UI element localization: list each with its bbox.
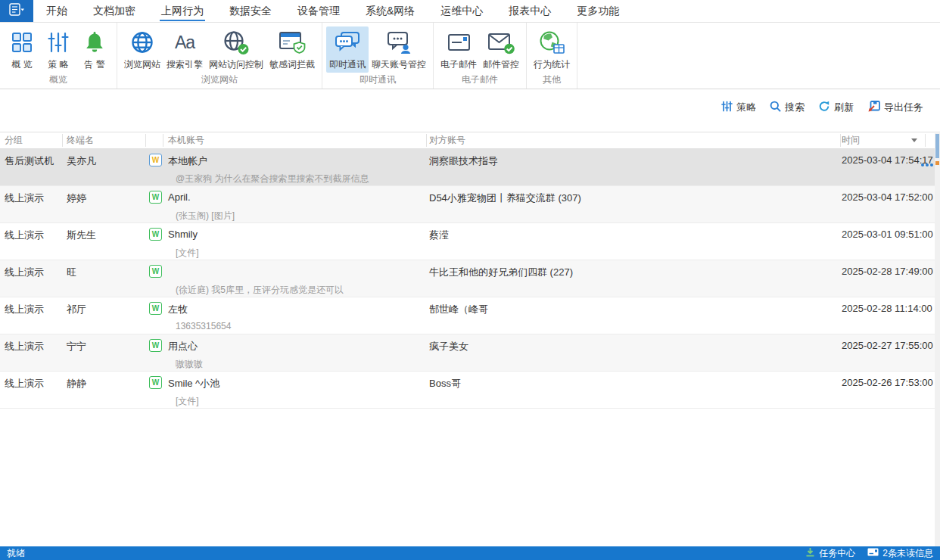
task-center-button[interactable]: 任务中心 — [805, 547, 855, 560]
chat-app-icon: W — [149, 376, 162, 389]
column-divider[interactable] — [163, 134, 163, 147]
table-row[interactable]: 售后测试机 吴亦凡 W 本地帐户 洞察眼技术指导 2025-03-04 17:5… — [0, 149, 940, 186]
row-local-account: 用点心 — [168, 340, 198, 353]
table-row[interactable]: 线上演示 祁厅 W 左牧 郜世峰（峰哥 2025-02-28 11:14:00 … — [0, 297, 940, 334]
column-header-remote-account[interactable]: 对方账号 — [429, 132, 465, 148]
row-terminal-name: 斯先生 — [67, 229, 96, 242]
ribbon-item-label: 策 略 — [48, 58, 68, 71]
sliders-icon — [721, 101, 733, 114]
chat-app-letter: W — [152, 193, 159, 201]
table-row[interactable]: 线上演示 婷婷 W April. D54小雅宠物团丨养猫交流群 (307) 20… — [0, 186, 940, 223]
ribbon-item-overview[interactable]: 概 览 — [4, 26, 40, 73]
column-header-time-label: 时间 — [842, 134, 860, 147]
column-header-terminal[interactable]: 终端名 — [67, 132, 94, 148]
export-tasks-button-label: 导出任务 — [884, 101, 923, 114]
message-icon — [867, 548, 879, 558]
app-menu-button[interactable] — [0, 0, 33, 22]
column-divider[interactable] — [62, 134, 63, 147]
row-remote-account: 蔡滢 — [429, 229, 449, 242]
row-remote-account: 疯子美女 — [429, 340, 468, 353]
search-button[interactable]: 搜索 — [770, 101, 805, 114]
status-ready-text: 就绪 — [7, 547, 25, 560]
column-header-group[interactable]: 分组 — [5, 132, 23, 148]
row-local-account: Smile ^小池 — [168, 377, 219, 390]
ribbon-item-search-engine[interactable]: Aa 搜索引擎 — [163, 26, 206, 73]
row-time: 2025-02-28 17:49:00 — [842, 266, 933, 277]
chat-app-letter: W — [152, 156, 159, 164]
row-group: 线上演示 — [5, 340, 44, 353]
export-tasks-button[interactable]: 导出任务 — [867, 101, 923, 114]
ribbon-item-browse-sites[interactable]: 浏览网站 — [121, 26, 163, 73]
ribbon-item-email[interactable]: 电子邮件 — [437, 26, 480, 73]
row-group: 线上演示 — [5, 229, 44, 242]
row-terminal-name: 静静 — [67, 377, 86, 390]
time-filter-dropdown[interactable] — [907, 132, 917, 148]
row-time: 2025-03-04 17:52:00 — [842, 191, 933, 203]
ribbon-item-chat-account-control[interactable]: 聊天账号管控 — [369, 26, 429, 73]
scrollbar-thumb[interactable] — [935, 134, 939, 158]
row-last-message: 嗷嗷嗷 — [176, 358, 203, 371]
mail-icon — [447, 29, 472, 56]
tab-system-network[interactable]: 系统&网络 — [353, 0, 428, 22]
row-more-button[interactable] — [920, 156, 933, 170]
table-row[interactable]: 线上演示 静静 W Smile ^小池 Boss哥 2025-02-26 17:… — [0, 372, 940, 409]
row-last-message: (徐近庭) 我5库里，压评分玩感觉是还可以 — [176, 284, 344, 297]
row-terminal-name: 旺 — [67, 266, 76, 279]
row-local-account: 本地帐户 — [168, 154, 207, 168]
column-divider[interactable] — [925, 134, 926, 147]
tab-report-center[interactable]: 报表中心 — [496, 0, 564, 22]
ribbon-item-sensitive-words[interactable]: 敏感词拦截 — [266, 26, 318, 73]
column-header-time[interactable]: 时间 — [842, 132, 860, 148]
ribbon-item-label: 概 览 — [11, 58, 32, 71]
tab-device-mgmt[interactable]: 设备管理 — [285, 0, 353, 22]
aa-icon: Aa — [175, 29, 195, 56]
row-terminal-name: 婷婷 — [67, 191, 86, 205]
row-time: 2025-03-01 09:51:00 — [842, 229, 933, 240]
chat-app-letter: W — [152, 267, 159, 275]
ribbon-group-other: 行为统计 其他 — [527, 23, 577, 89]
ribbon-item-label: 告 警 — [84, 58, 104, 71]
ribbon-item-site-access-control[interactable]: 网站访问控制 — [206, 26, 266, 73]
row-remote-account: 洞察眼技术指导 — [429, 154, 498, 168]
row-time: 2025-02-26 17:53:00 — [842, 377, 933, 388]
row-remote-account: 牛比王和他的好兄弟们四群 (227) — [429, 266, 573, 279]
tab-web-behavior[interactable]: 上网行为 — [148, 0, 216, 22]
tab-start[interactable]: 开始 — [33, 0, 80, 22]
bell-icon — [83, 29, 106, 56]
column-divider[interactable] — [145, 134, 146, 147]
ribbon-item-label: 网站访问控制 — [209, 58, 263, 71]
table-row[interactable]: 线上演示 斯先生 W Shmily 蔡滢 2025-03-01 09:51:00… — [0, 223, 940, 260]
ribbon-group-email: 电子邮件 邮件管控 电子邮件 — [434, 23, 527, 89]
row-terminal-name: 祁厅 — [67, 303, 86, 316]
ribbon-item-alert[interactable]: 告 警 — [76, 26, 113, 73]
ribbon-item-mail-control[interactable]: 邮件管控 — [480, 26, 522, 73]
search-icon — [770, 101, 781, 114]
column-divider[interactable] — [426, 134, 427, 147]
chat-app-icon: W — [149, 154, 162, 166]
unread-messages-button[interactable]: 2条未读信息 — [867, 547, 933, 560]
tab-data-security[interactable]: 数据安全 — [216, 0, 285, 22]
ribbon-item-policy[interactable]: 策 略 — [40, 26, 76, 73]
task-center-label: 任务中心 — [819, 547, 855, 560]
ribbon-item-label: 即时通讯 — [329, 58, 366, 71]
chat-app-icon: W — [149, 302, 162, 315]
policy-button-label: 策略 — [736, 101, 756, 114]
vertical-scrollbar[interactable] — [935, 133, 940, 546]
column-header-local-account[interactable]: 本机账号 — [168, 132, 204, 148]
row-terminal-name: 吴亦凡 — [67, 154, 96, 168]
chevron-down-icon — [911, 138, 917, 142]
row-last-message: @王家狗 为什么在聚合搜索里搜索不到截屏信息 — [176, 173, 369, 185]
table-row[interactable]: 线上演示 旺 W 牛比王和他的好兄弟们四群 (227) 2025-02-28 1… — [0, 260, 940, 297]
refresh-button[interactable]: 刷新 — [818, 101, 854, 114]
ribbon-item-instant-messaging[interactable]: 即时通讯 — [326, 26, 369, 73]
policy-button[interactable]: 策略 — [721, 101, 756, 114]
globe-icon — [130, 29, 154, 56]
tab-ops-center[interactable]: 运维中心 — [428, 0, 496, 22]
scrollbar-marker — [935, 161, 939, 165]
table-row[interactable]: 线上演示 宁宁 W 用点心 疯子美女 2025-02-27 17:55:00 嗷… — [0, 334, 940, 372]
table-header: 分组 终端名 本机账号 对方账号 时间 — [0, 132, 940, 149]
tab-more-features[interactable]: 更多功能 — [564, 0, 632, 22]
ribbon-item-behavior-stats[interactable]: 行为统计 — [531, 26, 573, 73]
column-divider[interactable] — [840, 134, 841, 147]
tab-doc-encrypt[interactable]: 文档加密 — [80, 0, 148, 22]
